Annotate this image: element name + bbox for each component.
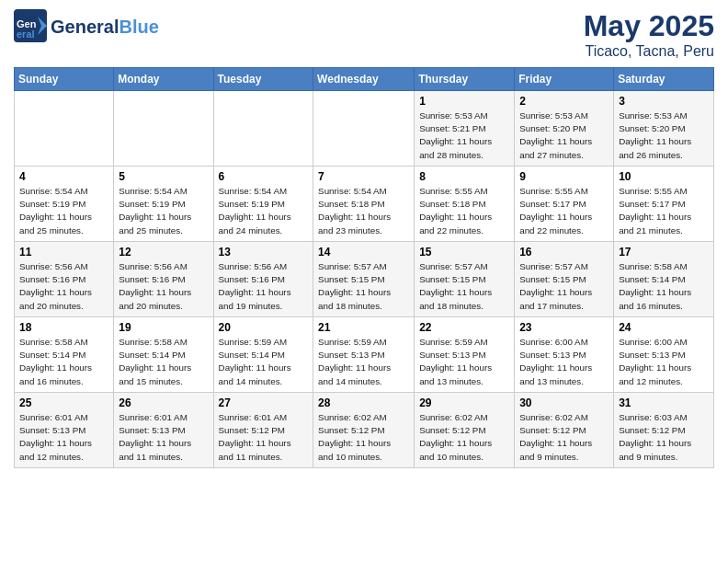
day-header-thursday: Thursday	[415, 68, 515, 91]
day-info: Sunrise: 5:53 AMSunset: 5:21 PMDaylight:…	[419, 109, 509, 162]
calendar-cell: 4Sunrise: 5:54 AMSunset: 5:19 PMDaylight…	[15, 167, 114, 242]
calendar-cell	[114, 91, 213, 167]
day-number: 2	[519, 95, 609, 108]
day-number: 17	[619, 246, 709, 259]
calendar-cell: 27Sunrise: 6:01 AMSunset: 5:12 PMDayligh…	[213, 393, 313, 468]
day-header-sunday: Sunday	[15, 68, 114, 91]
calendar-cell: 15Sunrise: 5:57 AMSunset: 5:15 PMDayligh…	[415, 242, 515, 317]
day-info: Sunrise: 5:59 AMSunset: 5:13 PMDaylight:…	[419, 336, 509, 388]
day-number: 24	[619, 321, 709, 334]
calendar-cell: 26Sunrise: 6:01 AMSunset: 5:13 PMDayligh…	[114, 393, 213, 468]
day-header-monday: Monday	[114, 68, 213, 91]
calendar-cell: 16Sunrise: 5:57 AMSunset: 5:15 PMDayligh…	[515, 242, 614, 317]
day-info: Sunrise: 5:57 AMSunset: 5:15 PMDaylight:…	[519, 260, 609, 313]
day-info: Sunrise: 5:56 AMSunset: 5:16 PMDaylight:…	[119, 260, 208, 313]
calendar-cell: 3Sunrise: 5:53 AMSunset: 5:20 PMDaylight…	[614, 91, 714, 167]
day-info: Sunrise: 5:57 AMSunset: 5:15 PMDaylight:…	[318, 260, 409, 313]
header-row: SundayMondayTuesdayWednesdayThursdayFrid…	[15, 68, 714, 91]
day-number: 1	[419, 95, 509, 108]
calendar-cell: 17Sunrise: 5:58 AMSunset: 5:14 PMDayligh…	[614, 242, 714, 317]
calendar-cell: 31Sunrise: 6:03 AMSunset: 5:12 PMDayligh…	[614, 393, 714, 468]
day-number: 28	[318, 396, 409, 409]
calendar-table: SundayMondayTuesdayWednesdayThursdayFrid…	[14, 67, 714, 468]
calendar-cell	[313, 91, 415, 167]
page-title: May 2025	[584, 9, 714, 43]
day-number: 30	[519, 396, 609, 409]
day-number: 25	[19, 396, 108, 409]
day-info: Sunrise: 5:58 AMSunset: 5:14 PMDaylight:…	[19, 336, 108, 388]
calendar-cell	[213, 91, 313, 167]
day-number: 26	[119, 396, 208, 409]
day-info: Sunrise: 5:58 AMSunset: 5:14 PMDaylight:…	[119, 336, 208, 388]
day-number: 21	[318, 321, 409, 334]
calendar-cell: 22Sunrise: 5:59 AMSunset: 5:13 PMDayligh…	[415, 317, 515, 393]
day-number: 5	[119, 170, 208, 183]
calendar-cell: 5Sunrise: 5:54 AMSunset: 5:19 PMDaylight…	[114, 167, 213, 242]
calendar-cell: 11Sunrise: 5:56 AMSunset: 5:16 PMDayligh…	[15, 242, 114, 317]
day-info: Sunrise: 6:01 AMSunset: 5:13 PMDaylight:…	[19, 411, 108, 464]
day-number: 7	[318, 170, 409, 183]
day-info: Sunrise: 6:01 AMSunset: 5:13 PMDaylight:…	[119, 411, 208, 464]
day-info: Sunrise: 6:00 AMSunset: 5:13 PMDaylight:…	[619, 336, 709, 388]
day-number: 8	[419, 170, 509, 183]
day-info: Sunrise: 5:54 AMSunset: 5:19 PMDaylight:…	[119, 185, 208, 237]
calendar-cell: 29Sunrise: 6:02 AMSunset: 5:12 PMDayligh…	[415, 393, 515, 468]
day-info: Sunrise: 5:54 AMSunset: 5:19 PMDaylight:…	[19, 185, 108, 237]
day-number: 15	[419, 246, 509, 259]
svg-text:eral: eral	[17, 29, 35, 40]
day-info: Sunrise: 6:02 AMSunset: 5:12 PMDaylight:…	[519, 411, 609, 464]
day-number: 20	[219, 321, 309, 334]
day-info: Sunrise: 5:59 AMSunset: 5:14 PMDaylight:…	[219, 336, 309, 388]
logo: Gen eral GeneralBlue	[14, 9, 159, 44]
calendar-cell: 18Sunrise: 5:58 AMSunset: 5:14 PMDayligh…	[15, 317, 114, 393]
calendar-cell: 1Sunrise: 5:53 AMSunset: 5:21 PMDaylight…	[415, 91, 515, 167]
calendar-cell: 7Sunrise: 5:54 AMSunset: 5:18 PMDaylight…	[313, 167, 415, 242]
day-info: Sunrise: 5:53 AMSunset: 5:20 PMDaylight:…	[519, 109, 609, 162]
calendar-cell	[15, 91, 114, 167]
day-info: Sunrise: 5:59 AMSunset: 5:13 PMDaylight:…	[318, 336, 409, 388]
day-header-friday: Friday	[515, 68, 614, 91]
day-number: 19	[119, 321, 208, 334]
day-info: Sunrise: 6:01 AMSunset: 5:12 PMDaylight:…	[219, 411, 309, 464]
day-number: 14	[318, 246, 409, 259]
page-container: Gen eral GeneralBlue May 2025 Ticaco, Ta…	[0, 0, 728, 477]
calendar-cell: 20Sunrise: 5:59 AMSunset: 5:14 PMDayligh…	[213, 317, 313, 393]
day-number: 11	[19, 246, 108, 259]
day-info: Sunrise: 5:55 AMSunset: 5:17 PMDaylight:…	[619, 185, 709, 237]
day-number: 4	[19, 170, 108, 183]
calendar-cell: 28Sunrise: 6:02 AMSunset: 5:12 PMDayligh…	[313, 393, 415, 468]
page-subtitle: Ticaco, Tacna, Peru	[584, 43, 714, 60]
day-number: 12	[119, 246, 208, 259]
day-info: Sunrise: 5:58 AMSunset: 5:14 PMDaylight:…	[619, 260, 709, 313]
logo-text: GeneralBlue	[51, 17, 159, 37]
day-number: 18	[19, 321, 108, 334]
day-header-tuesday: Tuesday	[213, 68, 313, 91]
calendar-cell: 12Sunrise: 5:56 AMSunset: 5:16 PMDayligh…	[114, 242, 213, 317]
day-info: Sunrise: 5:56 AMSunset: 5:16 PMDaylight:…	[19, 260, 108, 313]
day-info: Sunrise: 5:54 AMSunset: 5:19 PMDaylight:…	[219, 185, 309, 237]
calendar-cell: 24Sunrise: 6:00 AMSunset: 5:13 PMDayligh…	[614, 317, 714, 393]
week-row-2: 4Sunrise: 5:54 AMSunset: 5:19 PMDaylight…	[15, 167, 714, 242]
day-info: Sunrise: 6:02 AMSunset: 5:12 PMDaylight:…	[318, 411, 409, 464]
calendar-cell: 10Sunrise: 5:55 AMSunset: 5:17 PMDayligh…	[614, 167, 714, 242]
day-info: Sunrise: 5:53 AMSunset: 5:20 PMDaylight:…	[619, 109, 709, 162]
calendar-cell: 9Sunrise: 5:55 AMSunset: 5:17 PMDaylight…	[515, 167, 614, 242]
logo-icon: Gen eral	[14, 9, 47, 42]
calendar-cell: 25Sunrise: 6:01 AMSunset: 5:13 PMDayligh…	[15, 393, 114, 468]
day-number: 16	[519, 246, 609, 259]
day-number: 29	[419, 396, 509, 409]
calendar-cell: 2Sunrise: 5:53 AMSunset: 5:20 PMDaylight…	[515, 91, 614, 167]
calendar-cell: 8Sunrise: 5:55 AMSunset: 5:18 PMDaylight…	[415, 167, 515, 242]
day-number: 23	[519, 321, 609, 334]
calendar-cell: 14Sunrise: 5:57 AMSunset: 5:15 PMDayligh…	[313, 242, 415, 317]
day-number: 6	[219, 170, 309, 183]
day-info: Sunrise: 6:00 AMSunset: 5:13 PMDaylight:…	[519, 336, 609, 388]
calendar-cell: 13Sunrise: 5:56 AMSunset: 5:16 PMDayligh…	[213, 242, 313, 317]
day-number: 3	[619, 95, 709, 108]
day-header-saturday: Saturday	[614, 68, 714, 91]
calendar-cell: 23Sunrise: 6:00 AMSunset: 5:13 PMDayligh…	[515, 317, 614, 393]
day-info: Sunrise: 6:03 AMSunset: 5:12 PMDaylight:…	[619, 411, 709, 464]
week-row-1: 1Sunrise: 5:53 AMSunset: 5:21 PMDaylight…	[15, 91, 714, 167]
day-info: Sunrise: 5:56 AMSunset: 5:16 PMDaylight:…	[219, 260, 309, 313]
day-number: 31	[619, 396, 709, 409]
